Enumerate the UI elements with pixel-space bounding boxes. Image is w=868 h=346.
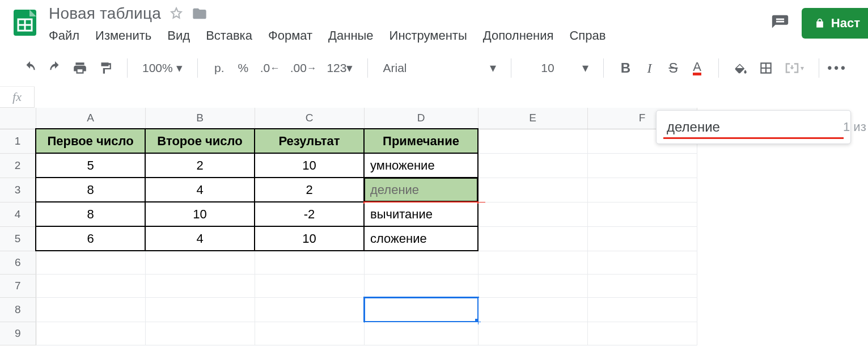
paint-format-icon[interactable] [98,61,112,75]
italic-button[interactable]: I [642,61,656,76]
find-input[interactable] [666,119,837,136]
cell-C8[interactable] [255,297,364,322]
cell-A7[interactable] [36,274,145,297]
cell-C1[interactable]: Результат [255,129,364,153]
col-head-B[interactable]: B [145,108,255,129]
row-head-9[interactable]: 9 [0,322,36,345]
cell-B6[interactable] [145,251,255,274]
cell-F3[interactable] [587,178,697,202]
cell-E9[interactable] [478,322,587,345]
row-head-2[interactable]: 2 [0,153,36,178]
fontsize-dropdown[interactable]: 10 [526,61,569,75]
row-head-3[interactable]: 3 [0,178,36,202]
cell-F9[interactable] [587,322,697,345]
cell-B2[interactable]: 2 [145,153,255,178]
percent-button[interactable]: % [236,61,250,75]
cell-A1[interactable]: Первое число [36,129,145,153]
menu-format[interactable]: Формат [268,28,312,43]
cell-C3[interactable]: 2 [255,178,364,202]
select-all-corner[interactable] [0,108,36,129]
cell-D6[interactable] [364,251,478,274]
fill-color-button[interactable] [734,61,748,75]
merge-cells-button[interactable]: ▾ [784,61,804,75]
zoom-dropdown[interactable]: 100%▾ [142,61,183,75]
cell-C2[interactable]: 10 [255,153,364,178]
col-head-E[interactable]: E [478,108,587,129]
comments-icon[interactable] [770,13,790,33]
star-icon[interactable] [169,6,184,21]
cell-E1[interactable] [478,129,587,153]
col-head-C[interactable]: C [255,108,364,129]
col-head-D[interactable]: D [364,108,478,129]
cell-F2[interactable] [587,153,697,178]
number-format-dropdown[interactable]: 123▾ [327,61,353,75]
cell-C7[interactable] [255,274,364,297]
print-icon[interactable] [73,61,87,75]
decrease-decimal-button[interactable]: .0← [260,61,280,75]
cell-C9[interactable] [255,322,364,345]
menu-insert[interactable]: Вставка [206,28,252,43]
menu-view[interactable]: Вид [167,28,190,43]
cell-E2[interactable] [478,153,587,178]
cell-A4[interactable]: 8 [36,202,145,226]
more-button[interactable]: ••• [827,61,847,75]
currency-button[interactable]: р. [213,61,226,75]
menu-tools[interactable]: Инструменты [389,28,467,43]
increase-decimal-button[interactable]: .00→ [290,61,317,75]
row-head-8[interactable]: 8 [0,297,36,322]
row-head-4[interactable]: 4 [0,202,36,226]
cell-F7[interactable] [587,274,697,297]
cell-F8[interactable] [587,297,697,322]
menu-edit[interactable]: Изменить [95,28,151,43]
text-color-button[interactable]: A [690,61,704,75]
cell-B1[interactable]: Второе число [145,129,255,153]
cell-C6[interactable] [255,251,364,274]
cell-D7[interactable] [364,274,478,297]
menu-file[interactable]: Файл [49,28,79,43]
cell-A2[interactable]: 5 [36,153,145,178]
cell-D3[interactable]: деление [364,178,478,202]
redo-icon[interactable] [48,61,62,75]
cell-D8[interactable] [364,297,478,322]
font-dropdown[interactable]: Arial [383,61,476,75]
bold-button[interactable]: B [619,60,632,76]
row-head-5[interactable]: 5 [0,226,36,251]
row-head-1[interactable]: 1 [0,129,36,153]
row-head-6[interactable]: 6 [0,251,36,274]
cell-B8[interactable] [145,297,255,322]
cell-B9[interactable] [145,322,255,345]
cell-D5[interactable]: сложение [364,226,478,251]
cell-E6[interactable] [478,251,587,274]
cell-A8[interactable] [36,297,145,322]
menu-data[interactable]: Данные [328,28,373,43]
cell-E3[interactable] [478,178,587,202]
cell-D9[interactable] [364,322,478,345]
cell-E5[interactable] [478,226,587,251]
menu-addons[interactable]: Дополнения [483,28,554,43]
cell-A6[interactable] [36,251,145,274]
cell-A3[interactable]: 8 [36,178,145,202]
cell-E8[interactable] [478,297,587,322]
formula-input[interactable] [35,86,868,108]
cell-C5[interactable]: 10 [255,226,364,251]
cell-F6[interactable] [587,251,697,274]
cell-D4[interactable]: вычитание [364,202,478,226]
undo-icon[interactable] [23,61,37,75]
cell-D2[interactable]: умножение [364,153,478,178]
folder-icon[interactable] [192,6,208,22]
borders-button[interactable] [759,61,773,75]
document-title[interactable]: Новая таблица [46,5,161,23]
cell-E4[interactable] [478,202,587,226]
cell-F5[interactable] [587,226,697,251]
cell-E7[interactable] [478,274,587,297]
cell-D1[interactable]: Примечание [364,129,478,153]
cell-B4[interactable]: 10 [145,202,255,226]
col-head-A[interactable]: A [36,108,145,129]
share-button[interactable]: Наст [802,8,868,39]
row-head-7[interactable]: 7 [0,274,36,297]
cell-B5[interactable]: 4 [145,226,255,251]
cell-B3[interactable]: 4 [145,178,255,202]
cell-C4[interactable]: -2 [255,202,364,226]
cell-A5[interactable]: 6 [36,226,145,251]
cell-A9[interactable] [36,322,145,345]
